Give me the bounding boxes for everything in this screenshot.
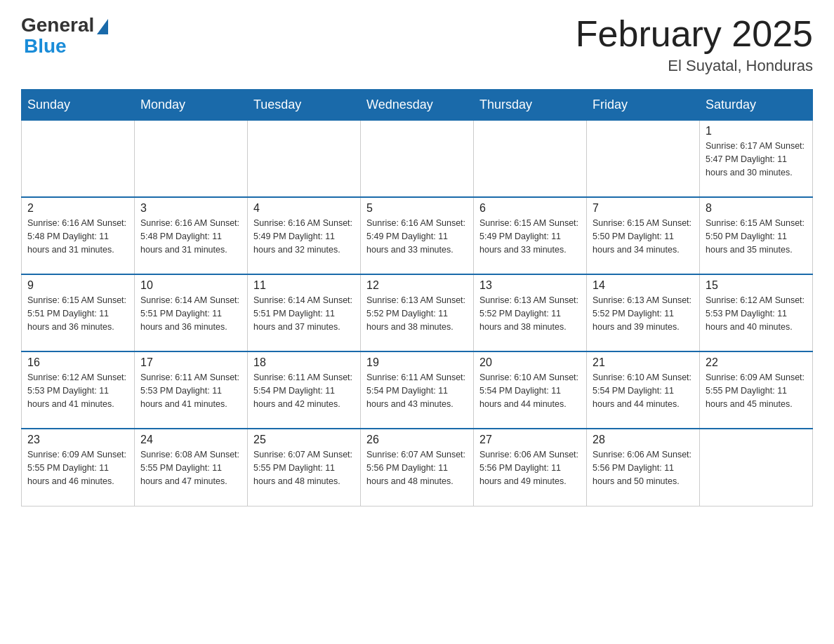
calendar-cell: 3Sunrise: 6:16 AM Sunset: 5:48 PM Daylig…	[135, 197, 248, 274]
calendar-cell: 18Sunrise: 6:11 AM Sunset: 5:54 PM Dayli…	[248, 351, 361, 429]
day-number: 2	[27, 202, 128, 215]
calendar-cell: 7Sunrise: 6:15 AM Sunset: 5:50 PM Daylig…	[587, 197, 700, 274]
calendar-cell: 17Sunrise: 6:11 AM Sunset: 5:53 PM Dayli…	[135, 351, 248, 429]
day-info: Sunrise: 6:11 AM Sunset: 5:54 PM Dayligh…	[253, 371, 355, 410]
day-info: Sunrise: 6:14 AM Sunset: 5:51 PM Dayligh…	[140, 294, 241, 333]
day-number: 17	[140, 356, 241, 369]
day-number: 1	[706, 125, 807, 137]
day-number: 20	[479, 356, 581, 369]
day-info: Sunrise: 6:16 AM Sunset: 5:49 PM Dayligh…	[366, 217, 468, 256]
day-number: 4	[253, 202, 355, 215]
day-number: 24	[140, 434, 241, 446]
calendar-cell: 9Sunrise: 6:15 AM Sunset: 5:51 PM Daylig…	[22, 274, 135, 351]
day-number: 18	[253, 356, 355, 369]
day-number: 27	[479, 434, 581, 446]
day-info: Sunrise: 6:16 AM Sunset: 5:48 PM Dayligh…	[27, 217, 128, 256]
day-info: Sunrise: 6:16 AM Sunset: 5:48 PM Dayligh…	[140, 217, 241, 256]
day-number: 21	[593, 356, 694, 369]
calendar-cell: 1Sunrise: 6:17 AM Sunset: 5:47 PM Daylig…	[700, 120, 813, 197]
day-number: 15	[706, 279, 807, 292]
calendar-cell: 6Sunrise: 6:15 AM Sunset: 5:49 PM Daylig…	[474, 197, 587, 274]
calendar-cell: 21Sunrise: 6:10 AM Sunset: 5:54 PM Dayli…	[587, 351, 700, 429]
day-number: 11	[253, 279, 355, 292]
day-number: 28	[593, 434, 694, 446]
day-info: Sunrise: 6:16 AM Sunset: 5:49 PM Dayligh…	[253, 217, 355, 256]
day-info: Sunrise: 6:10 AM Sunset: 5:54 PM Dayligh…	[479, 371, 581, 410]
day-info: Sunrise: 6:11 AM Sunset: 5:54 PM Dayligh…	[366, 371, 468, 410]
calendar-cell: 22Sunrise: 6:09 AM Sunset: 5:55 PM Dayli…	[700, 351, 813, 429]
calendar-cell: 19Sunrise: 6:11 AM Sunset: 5:54 PM Dayli…	[361, 351, 474, 429]
day-info: Sunrise: 6:12 AM Sunset: 5:53 PM Dayligh…	[27, 371, 128, 410]
day-number: 8	[706, 202, 807, 215]
calendar-week-4: 16Sunrise: 6:12 AM Sunset: 5:53 PM Dayli…	[22, 351, 813, 429]
calendar-cell: 5Sunrise: 6:16 AM Sunset: 5:49 PM Daylig…	[361, 197, 474, 274]
weekday-header-monday: Monday	[135, 90, 248, 120]
calendar-cell: 16Sunrise: 6:12 AM Sunset: 5:53 PM Dayli…	[22, 351, 135, 429]
calendar-cell: 12Sunrise: 6:13 AM Sunset: 5:52 PM Dayli…	[361, 274, 474, 351]
calendar-cell: 28Sunrise: 6:06 AM Sunset: 5:56 PM Dayli…	[587, 429, 700, 506]
weekday-header-friday: Friday	[587, 90, 700, 120]
day-info: Sunrise: 6:13 AM Sunset: 5:52 PM Dayligh…	[366, 294, 468, 333]
calendar-week-2: 2Sunrise: 6:16 AM Sunset: 5:48 PM Daylig…	[22, 197, 813, 274]
day-info: Sunrise: 6:17 AM Sunset: 5:47 PM Dayligh…	[706, 140, 807, 179]
calendar-cell: 11Sunrise: 6:14 AM Sunset: 5:51 PM Dayli…	[248, 274, 361, 351]
day-number: 13	[479, 279, 581, 292]
day-info: Sunrise: 6:15 AM Sunset: 5:49 PM Dayligh…	[479, 217, 581, 256]
calendar-cell	[22, 120, 135, 197]
day-number: 19	[366, 356, 468, 369]
logo: General Blue	[21, 14, 108, 58]
logo-blue-text: Blue	[21, 35, 67, 58]
calendar-cell	[135, 120, 248, 197]
calendar-cell	[587, 120, 700, 197]
logo-triangle-icon	[97, 19, 108, 34]
calendar-week-5: 23Sunrise: 6:09 AM Sunset: 5:55 PM Dayli…	[22, 429, 813, 506]
day-info: Sunrise: 6:06 AM Sunset: 5:56 PM Dayligh…	[479, 448, 581, 488]
calendar-cell: 26Sunrise: 6:07 AM Sunset: 5:56 PM Dayli…	[361, 429, 474, 506]
weekday-header-wednesday: Wednesday	[361, 90, 474, 120]
calendar-cell: 13Sunrise: 6:13 AM Sunset: 5:52 PM Dayli…	[474, 274, 587, 351]
day-info: Sunrise: 6:14 AM Sunset: 5:51 PM Dayligh…	[253, 294, 355, 333]
month-title: February 2025	[576, 14, 813, 54]
day-info: Sunrise: 6:13 AM Sunset: 5:52 PM Dayligh…	[593, 294, 694, 333]
calendar-cell	[474, 120, 587, 197]
calendar-cell: 27Sunrise: 6:06 AM Sunset: 5:56 PM Dayli…	[474, 429, 587, 506]
weekday-header-sunday: Sunday	[22, 90, 135, 120]
logo-general-text: General	[21, 14, 94, 36]
calendar-table: SundayMondayTuesdayWednesdayThursdayFrid…	[21, 89, 813, 507]
calendar-cell: 10Sunrise: 6:14 AM Sunset: 5:51 PM Dayli…	[135, 274, 248, 351]
day-number: 6	[479, 202, 581, 215]
calendar-cell: 23Sunrise: 6:09 AM Sunset: 5:55 PM Dayli…	[22, 429, 135, 506]
page-header: General Blue February 2025 El Suyatal, H…	[21, 14, 813, 75]
day-number: 7	[593, 202, 694, 215]
day-number: 9	[27, 279, 128, 292]
weekday-header-thursday: Thursday	[474, 90, 587, 120]
day-number: 25	[253, 434, 355, 446]
day-number: 16	[27, 356, 128, 369]
day-info: Sunrise: 6:09 AM Sunset: 5:55 PM Dayligh…	[27, 448, 128, 488]
day-number: 23	[27, 434, 128, 446]
day-info: Sunrise: 6:11 AM Sunset: 5:53 PM Dayligh…	[140, 371, 241, 410]
calendar-cell: 14Sunrise: 6:13 AM Sunset: 5:52 PM Dayli…	[587, 274, 700, 351]
weekday-header-tuesday: Tuesday	[248, 90, 361, 120]
day-number: 12	[366, 279, 468, 292]
calendar-cell	[700, 429, 813, 506]
day-number: 22	[706, 356, 807, 369]
day-number: 5	[366, 202, 468, 215]
title-section: February 2025 El Suyatal, Honduras	[576, 14, 813, 75]
day-info: Sunrise: 6:07 AM Sunset: 5:55 PM Dayligh…	[253, 448, 355, 488]
calendar-week-3: 9Sunrise: 6:15 AM Sunset: 5:51 PM Daylig…	[22, 274, 813, 351]
day-info: Sunrise: 6:15 AM Sunset: 5:50 PM Dayligh…	[706, 217, 807, 256]
calendar-cell: 20Sunrise: 6:10 AM Sunset: 5:54 PM Dayli…	[474, 351, 587, 429]
calendar-cell: 2Sunrise: 6:16 AM Sunset: 5:48 PM Daylig…	[22, 197, 135, 274]
calendar-cell: 15Sunrise: 6:12 AM Sunset: 5:53 PM Dayli…	[700, 274, 813, 351]
calendar-header-row: SundayMondayTuesdayWednesdayThursdayFrid…	[22, 90, 813, 120]
day-info: Sunrise: 6:08 AM Sunset: 5:55 PM Dayligh…	[140, 448, 241, 488]
day-info: Sunrise: 6:15 AM Sunset: 5:51 PM Dayligh…	[27, 294, 128, 333]
day-info: Sunrise: 6:13 AM Sunset: 5:52 PM Dayligh…	[479, 294, 581, 333]
day-info: Sunrise: 6:10 AM Sunset: 5:54 PM Dayligh…	[593, 371, 694, 410]
calendar-cell: 4Sunrise: 6:16 AM Sunset: 5:49 PM Daylig…	[248, 197, 361, 274]
day-info: Sunrise: 6:07 AM Sunset: 5:56 PM Dayligh…	[366, 448, 468, 488]
day-info: Sunrise: 6:12 AM Sunset: 5:53 PM Dayligh…	[706, 294, 807, 333]
location-text: El Suyatal, Honduras	[576, 57, 813, 75]
day-info: Sunrise: 6:15 AM Sunset: 5:50 PM Dayligh…	[593, 217, 694, 256]
